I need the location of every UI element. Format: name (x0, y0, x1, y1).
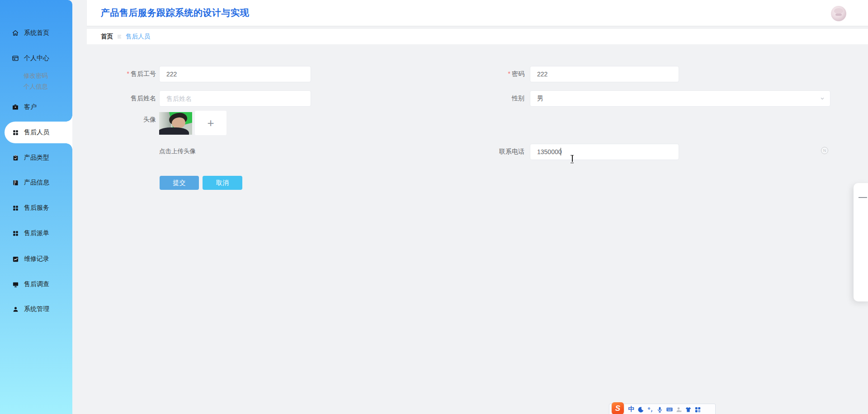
sidebar-item-aftersales-survey[interactable]: 售后调查 (0, 275, 72, 293)
book-icon (12, 179, 19, 186)
ime-punctuation-icon[interactable] (646, 405, 655, 414)
staff-name-label: 售后姓名 (87, 94, 156, 103)
sidebar-item-label: 系统管理 (24, 305, 49, 313)
sidebar-item-label: 系统首页 (24, 29, 49, 37)
grid-icon (12, 129, 19, 136)
grid-icon (12, 230, 19, 237)
ime-chinese-mode-icon[interactable]: 中 (627, 405, 636, 414)
sidebar-item-customers[interactable]: 客户 (0, 98, 72, 116)
sidebar-item-label: 产品类型 (24, 154, 49, 162)
grid-icon (12, 204, 19, 212)
sidebar-item-aftersales-staff[interactable]: 售后人员 (0, 123, 72, 141)
sidebar-item-home[interactable]: 系统首页 (0, 24, 72, 42)
worker-id-input[interactable] (159, 66, 311, 82)
mouse-ibeam-cursor (570, 155, 574, 163)
breadcrumb-current-link[interactable]: 售后人员 (126, 33, 150, 41)
ime-status-icon: N (821, 147, 828, 154)
chevron-down-icon (820, 96, 825, 101)
sidebar-subitem-personal-info[interactable]: 个人信息 (0, 80, 72, 93)
cancel-button[interactable]: 取消 (203, 176, 242, 190)
ime-skin-shirt-icon[interactable] (684, 405, 693, 414)
chart-icon (12, 255, 19, 263)
sidebar-subitem-label: 个人信息 (24, 83, 48, 91)
panel-dash (859, 197, 867, 198)
gender-selected-value: 男 (537, 94, 543, 103)
required-star: * (127, 70, 129, 77)
ime-microphone-icon[interactable] (655, 405, 665, 414)
sidebar-item-product-type[interactable]: 产品类型 (0, 149, 72, 167)
breadcrumb-home-link[interactable]: 首页 (101, 33, 113, 41)
page-title: 产品售后服务跟踪系统的设计与实现 (101, 7, 249, 19)
right-edge-panel[interactable] (854, 183, 868, 301)
plus-icon: + (207, 116, 214, 130)
gender-label: 性别 (452, 94, 524, 103)
sidebar-item-label: 产品信息 (24, 179, 49, 187)
avatar-upload-hint[interactable]: 点击上传头像 (159, 147, 196, 155)
ime-fullwidth-moon-icon[interactable] (636, 405, 646, 414)
password-input[interactable] (530, 66, 679, 82)
sidebar-item-product-info[interactable]: 产品信息 (0, 174, 72, 192)
sidebar-item-label: 维修记录 (24, 255, 49, 263)
sidebar-item-system-management[interactable]: 系统管理 (0, 300, 72, 318)
sidebar: 系统首页 个人中心 修改密码 个人信息 客户 售后人员 (0, 0, 72, 414)
sidebar-item-aftersales-dispatch[interactable]: 售后派单 (0, 224, 72, 242)
avatar-label: 头像 (87, 116, 156, 124)
sidebar-item-label: 售后调查 (24, 280, 49, 288)
sidebar-item-label: 售后派单 (24, 229, 49, 237)
ime-toolbox-grid-icon[interactable] (693, 405, 703, 414)
field-phone: 联系电话 (452, 144, 679, 160)
sidebar-item-profile-center[interactable]: 个人中心 (0, 49, 72, 67)
field-gender: 性别 男 (452, 90, 830, 107)
ime-toolbar: S 中 (609, 404, 716, 414)
home-icon (12, 29, 19, 37)
user-icon (12, 306, 19, 313)
sidebar-item-label: 个人中心 (24, 54, 49, 62)
breadcrumb: 首页 售后人员 (87, 29, 868, 44)
phone-input[interactable] (530, 144, 679, 160)
phone-label: 联系电话 (452, 148, 524, 156)
sidebar-item-aftersales-service[interactable]: 售后服务 (0, 199, 72, 217)
ime-account-icon[interactable] (674, 405, 684, 414)
header-bar: 产品售后服务跟踪系统的设计与实现 (87, 0, 868, 26)
field-staff-name: 售后姓名 (87, 90, 311, 107)
gender-select[interactable]: 男 (530, 90, 830, 107)
sogou-logo-icon[interactable]: S (612, 402, 624, 414)
avatar-photo-thumbnail[interactable] (159, 112, 192, 135)
user-avatar[interactable] (831, 6, 846, 21)
worker-id-label: *售后工号 (87, 70, 156, 78)
field-password: *密码 (452, 66, 679, 82)
password-label: *密码 (452, 70, 524, 78)
staff-name-input[interactable] (159, 90, 311, 107)
app-window: 系统首页 个人中心 修改密码 个人信息 客户 售后人员 (0, 0, 868, 414)
sidebar-item-label: 客户 (24, 103, 37, 111)
field-worker-id: *售后工号 (87, 66, 311, 82)
monitor-icon (12, 281, 19, 288)
breadcrumb-separator-icon (117, 34, 122, 39)
required-star: * (508, 70, 510, 77)
text-caret (561, 148, 561, 155)
avatar-upload-button[interactable]: + (195, 111, 226, 135)
sidebar-item-repair-records[interactable]: 维修记录 (0, 250, 72, 268)
idcard-icon (12, 55, 19, 62)
sidebar-item-label: 售后人员 (24, 128, 49, 136)
ime-keyboard-icon[interactable] (665, 405, 674, 414)
clipboard-icon (12, 154, 19, 161)
submit-button[interactable]: 提交 (160, 176, 199, 190)
sidebar-subitem-label: 修改密码 (24, 72, 48, 80)
sidebar-item-label: 售后服务 (24, 204, 49, 212)
briefcase-icon (12, 104, 19, 111)
